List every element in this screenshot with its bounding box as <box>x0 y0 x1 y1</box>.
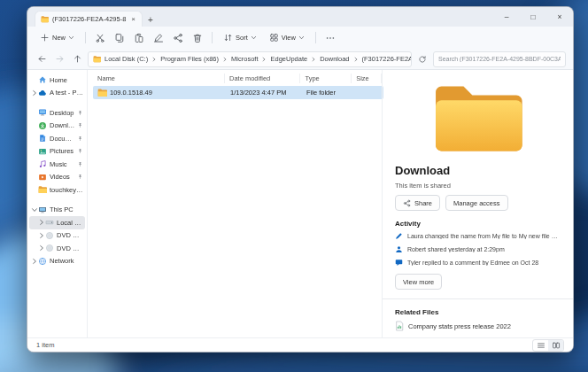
sidebar-item-label: DVD Drive (D:) CCC <box>57 244 83 252</box>
breadcrumb-chevron-icon[interactable] <box>311 57 316 62</box>
sidebar-section-gap <box>29 197 85 204</box>
related-files-list: Company stats press release 2022 <box>395 316 561 331</box>
breadcrumb-item-5[interactable]: (F3017226-FE2A-4295-8BDF-00C3A9A7E4C5) <box>360 55 412 63</box>
sidebar-item-documents[interactable]: Documents <box>29 132 85 145</box>
chevron-right-icon[interactable] <box>31 258 38 265</box>
breadcrumb-chevron-icon[interactable] <box>353 57 359 62</box>
refresh-button[interactable] <box>415 52 429 66</box>
sidebar-item-videos[interactable]: Videos <box>29 171 85 184</box>
column-header-type[interactable]: Type <box>300 74 352 83</box>
copy-button[interactable] <box>111 29 128 46</box>
sidebar-item-music[interactable]: Music <box>29 158 85 171</box>
pin-icon <box>77 174 83 180</box>
related-file-0[interactable]: Company stats press release 2022 <box>395 321 561 331</box>
command-bar: New Sort View <box>27 27 573 49</box>
breadcrumb-item-0[interactable]: Local Disk (C:) <box>103 55 150 63</box>
rename-icon <box>153 33 164 43</box>
details-view-button[interactable] <box>533 340 548 351</box>
search-input[interactable] <box>438 56 561 62</box>
pin-icon <box>77 161 83 167</box>
chevron-spacer <box>31 109 38 116</box>
forward-button[interactable] <box>52 52 66 66</box>
toolbar-separator <box>212 32 213 43</box>
sidebar-item-local-disk-c[interactable]: Local Disk (C:) <box>29 216 85 229</box>
share-button-toolbar[interactable] <box>169 29 187 46</box>
sort-icon <box>223 33 233 43</box>
breadcrumb-item-1[interactable]: Program Files (x86) <box>159 55 220 63</box>
column-header-date-modified[interactable]: Date modified <box>225 74 300 83</box>
sidebar-item-network[interactable]: Network <box>29 255 85 268</box>
breadcrumb-item-3[interactable]: EdgeUpdate <box>268 55 309 63</box>
column-header-size[interactable]: Size <box>352 74 382 83</box>
new-button[interactable]: New <box>35 29 80 46</box>
breadcrumb-chevron-icon[interactable] <box>222 57 228 62</box>
sidebar-item-downloads[interactable]: Downloads <box>29 120 85 133</box>
paste-icon <box>134 33 144 43</box>
maximize-button[interactable]: □ <box>520 7 546 27</box>
sidebar-item-pictures[interactable]: Pictures <box>29 145 85 159</box>
related-file-name: Company stats press release 2022 <box>408 322 511 330</box>
sidebar-item-touchkeyboard[interactable]: touchkeyboard <box>29 183 85 197</box>
share-button[interactable]: Share <box>395 195 440 211</box>
sidebar-item-desktop[interactable]: Desktop <box>29 106 85 120</box>
view-switcher <box>532 339 564 352</box>
sidebar-item-label: Home <box>50 76 83 84</box>
add-tab-button[interactable]: + <box>148 16 153 25</box>
activity-entry-2[interactable]: Tyler replied to a comment by Edmee on O… <box>395 256 561 269</box>
more-options-button[interactable] <box>321 29 339 46</box>
close-button[interactable]: × <box>546 7 573 27</box>
search-box[interactable] <box>433 51 566 67</box>
view-button[interactable]: View <box>264 29 310 46</box>
sidebar-item-dvd-drive-d-cc[interactable]: DVD Drive (D:) CC <box>29 229 85 243</box>
cut-icon <box>95 33 105 43</box>
sidebar-item-dvd-drive-d-ccc[interactable]: DVD Drive (D:) CCC <box>29 242 85 255</box>
list-view-icon <box>537 341 545 350</box>
share-icon <box>173 33 183 43</box>
location-folder-icon <box>93 55 101 63</box>
breadcrumb-chevron-icon[interactable] <box>261 57 267 62</box>
rename-activity-icon <box>395 232 403 240</box>
breadcrumb-chevron-icon[interactable] <box>151 57 157 62</box>
chevron-spacer <box>31 174 38 181</box>
delete-button[interactable] <box>189 29 206 46</box>
manage-access-button[interactable]: Manage access <box>445 195 508 211</box>
details-divider <box>383 298 573 299</box>
desktop-icon <box>38 108 47 117</box>
breadcrumb[interactable]: Local Disk (C:)Program Files (x86)Micros… <box>88 51 412 67</box>
breadcrumb-item-2[interactable]: Microsoft <box>229 55 259 63</box>
chevron-right-icon[interactable] <box>38 244 45 252</box>
cut-button[interactable] <box>91 29 109 46</box>
up-button[interactable] <box>70 52 84 66</box>
sidebar-item-this-pc[interactable]: This PC <box>29 204 85 217</box>
chevron-right-icon[interactable] <box>31 89 38 97</box>
explorer-tab[interactable]: (F3017226-FE2A-4295-8BDF-0 × <box>35 11 143 27</box>
file-row-109-0-1518-49[interactable]: 109.0.1518.491/13/2023 4:47 PMFile folde… <box>93 86 383 99</box>
titlebar[interactable]: (F3017226-FE2A-4295-8BDF-0 × + – □ × <box>27 7 573 27</box>
chevron-down-icon[interactable] <box>31 206 38 213</box>
sidebar-item-home[interactable]: Home <box>29 74 85 87</box>
back-button[interactable] <box>35 52 49 66</box>
folder-preview-icon <box>429 81 527 157</box>
thumbnail-view-button[interactable] <box>548 340 563 351</box>
breadcrumb-item-4[interactable]: Download <box>318 55 351 63</box>
view-button-label: View <box>282 34 296 42</box>
tab-close-icon[interactable]: × <box>130 15 136 23</box>
chevron-right-icon[interactable] <box>38 232 45 239</box>
chevron-right-icon[interactable] <box>38 219 45 226</box>
view-more-button[interactable]: View more <box>395 274 442 290</box>
file-explorer-window: (F3017226-FE2A-4295-8BDF-0 × + – □ × New… <box>27 6 574 353</box>
home-icon <box>38 75 47 84</box>
dvd-icon <box>45 244 54 252</box>
pin-icon <box>77 136 83 142</box>
sidebar-item-a-test-personal[interactable]: A test - Personal <box>29 87 85 100</box>
activity-entry-0[interactable]: Laura changed the name from My file to M… <box>395 229 561 243</box>
view-more-label: View more <box>403 278 434 286</box>
sidebar-item-label: Downloads <box>50 121 77 129</box>
column-header-name[interactable]: Name <box>93 74 225 83</box>
rename-button[interactable] <box>150 29 167 46</box>
minimize-button[interactable]: – <box>493 7 520 27</box>
document-icon <box>395 321 404 331</box>
paste-button[interactable] <box>130 29 148 46</box>
activity-entry-1[interactable]: Robert shared yesterday at 2:29pm <box>395 243 561 256</box>
sort-button[interactable]: Sort <box>218 29 262 46</box>
